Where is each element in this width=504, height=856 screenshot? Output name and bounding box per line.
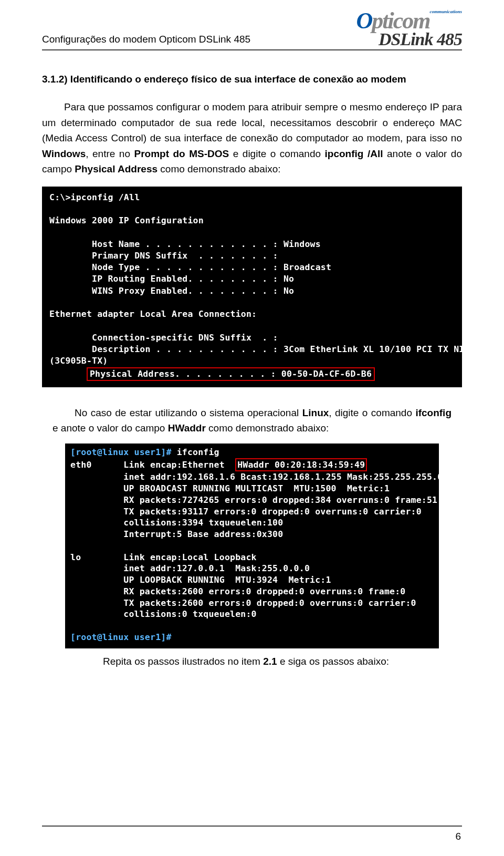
t2-l7: collisions:3394 txqueuelen:100 <box>70 518 283 528</box>
p1-ipconfig: ipconfig /All <box>325 148 383 159</box>
t2-l2a: eth0 Link encap:Ethernet <box>70 460 235 470</box>
t2-cmd: ifconfig <box>172 447 219 457</box>
section-heading: 3.1.2) Identificando o endereço físico d… <box>42 71 462 87</box>
t2-l15: collisions:0 txqueuelen:0 <box>70 609 257 619</box>
t1-l1: C:\>ipconfig /All <box>49 192 140 202</box>
t2-l6: TX packets:93117 errors:0 dropped:0 over… <box>70 507 422 517</box>
footer-divider <box>42 826 462 827</box>
t2-l12: UP LOOPBACK RUNNING MTU:3924 Metric:1 <box>70 575 331 585</box>
t2-hwaddr-highlight: HWaddr 00:20:18:34:59:49 <box>235 458 367 472</box>
terminal-windows: C:\>ipconfig /All Windows 2000 IP Config… <box>42 187 462 387</box>
t1-l3: Windows 2000 IP Configuration <box>49 215 204 225</box>
page-content: 3.1.2) Identificando o endereço físico d… <box>0 50 504 669</box>
t2-l10: lo Link encap:Local Loopback <box>70 552 257 562</box>
page-number: 6 <box>455 831 461 842</box>
p2-linux: Linux <box>302 407 329 418</box>
t1-l5: Host Name . . . . . . . . . . . . : Wind… <box>49 239 321 249</box>
t1-l15: (3C905B-TX) <box>49 356 108 366</box>
brand-logo: Opticomcommunications DSLink 485 <box>356 9 463 48</box>
t2-prompt-1: [root@linux user1]# <box>70 447 172 457</box>
p1-physaddr: Physical Address <box>75 163 158 174</box>
header-title: Configurações do modem Opticom DSLink 48… <box>42 34 250 48</box>
p3-text-a: Repita os passos ilustrados no item <box>103 656 263 667</box>
p3-text-c: e siga os passos abaixo: <box>277 656 389 667</box>
p3-ref: 2.1 <box>263 656 277 667</box>
terminal-linux: [root@linux user1]# ifconfig eth0 Link e… <box>65 444 439 648</box>
p1-text-e: e digite o comando <box>229 148 324 159</box>
t1-l7: Node Type . . . . . . . . . . . . : Broa… <box>49 262 331 272</box>
p1-text-i: como demonstrado abaixo: <box>158 163 280 174</box>
t1-physical-address-highlight: Physical Address. . . . . . . . . : 00-5… <box>87 367 375 381</box>
t2-l13: RX packets:2600 errors:0 dropped:0 overr… <box>70 586 405 596</box>
p2-text-c: , digite o comando <box>329 407 415 418</box>
t1-l11: Ethernet adapter Local Area Connection: <box>49 309 257 319</box>
paragraph-2: No caso de estar utilizando o sistema op… <box>42 405 462 436</box>
p1-text-c: , entre no <box>86 148 134 159</box>
p2-ifconfig: ifconfig <box>415 407 452 418</box>
t2-l3: inet addr:192.168.1.6 Bcast:192.168.1.25… <box>70 472 443 482</box>
logo-comm-text: communications <box>429 9 462 14</box>
paragraph-3: Repita os passos ilustrados no item 2.1 … <box>42 654 462 669</box>
t2-l5: RX packets:7274265 errors:0 dropped:384 … <box>70 495 437 505</box>
t1-l6: Primary DNS Suffix . . . . . . . : <box>49 251 278 261</box>
p2-text-a: No caso de estar utilizando o sistema op… <box>75 407 302 418</box>
p2-text-e: e anote o valor do campo <box>52 422 168 434</box>
t2-l14: TX packets:2600 errors:0 dropped:0 overr… <box>70 598 416 608</box>
t2-l8: Interrupt:5 Base address:0x300 <box>70 529 283 539</box>
t1-l14: Description . . . . . . . . . . . : 3Com… <box>49 344 470 354</box>
t2-l11: inet addr:127.0.0.1 Mask:255.0.0.0 <box>70 563 310 573</box>
paragraph-1: Para que possamos configurar o modem par… <box>42 99 462 177</box>
p2-hwaddr: HWaddr <box>168 422 206 434</box>
t2-prompt-2: [root@linux user1]# <box>70 632 172 642</box>
t1-l13: Connection-specific DNS Suffix . : <box>49 333 278 343</box>
p2-text-g: como demonstrado abaixo: <box>206 422 329 434</box>
p1-text-a: Para que possamos configurar o modem par… <box>42 101 462 143</box>
page-header: Configurações do modem Opticom DSLink 48… <box>0 0 504 48</box>
p1-prompt: Prompt do MS-DOS <box>134 148 229 159</box>
t1-l9: WINS Proxy Enabled. . . . . . . . : No <box>49 286 294 296</box>
t2-l4: UP BROADCAST RUNNING MULTICAST MTU:1500 … <box>70 483 390 493</box>
t1-l8: IP Routing Enabled. . . . . . . . : No <box>49 274 294 284</box>
p1-windows: Windows <box>42 148 86 159</box>
